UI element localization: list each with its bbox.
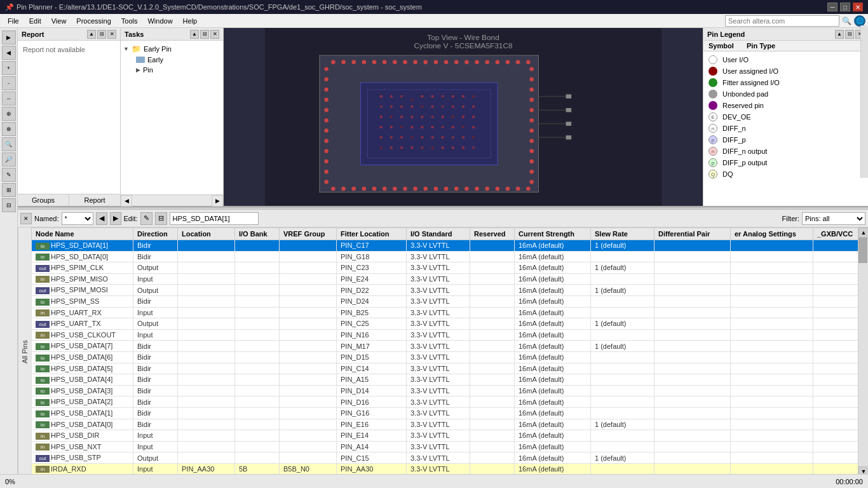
legend-dock-btn[interactable]: ⊟ (845, 30, 854, 39)
table-row[interactable]: inHPS_USB_DIRInputPIN_E143.3-V LVTTL16mA… (32, 430, 858, 442)
cell-node-name: outHPS_UART_TX (32, 318, 133, 330)
table-row[interactable]: outHPS_SPIM_CLKOutputPIN_C233.3-V LVTTL1… (32, 262, 858, 274)
tab-groups[interactable]: Groups (18, 194, 69, 206)
cell-location (178, 295, 235, 307)
col-diff-pair[interactable]: Differential Pair (654, 228, 731, 240)
menu-item-help[interactable]: Help (178, 16, 203, 26)
table-row[interactable]: ioHPS_SD_DATA[1]BidirPIN_C173.3-V LVTTL1… (32, 240, 858, 252)
toolbar-btn-9[interactable]: 🔎 (2, 152, 16, 166)
svg-point-96 (324, 170, 328, 173)
svg-point-48 (400, 136, 403, 139)
minimize-button[interactable]: ─ (827, 3, 837, 11)
table-row[interactable]: ioHPS_USB_DATA[7]BidirPIN_M173.3-V LVTTL… (32, 341, 858, 352)
filter-nav-back[interactable]: ◀ (96, 212, 107, 225)
tab-report[interactable]: Report (69, 194, 120, 206)
col-location[interactable]: Location (178, 228, 235, 240)
tasks-tree-item-pin[interactable]: ▶ Pin (123, 65, 220, 75)
close-button[interactable]: ✕ (853, 3, 863, 11)
tasks-dock-btn[interactable]: ⊟ (200, 30, 209, 39)
table-row[interactable]: outHPS_SPIM_MOSIOutputPIN_D223.3-V LVTTL… (32, 285, 858, 296)
table-row[interactable]: ioHPS_USB_DATA[0]BidirPIN_E163.3-V LVTTL… (32, 419, 858, 430)
expand-icon: ▶ (136, 67, 140, 73)
col-direction[interactable]: Direction (133, 228, 178, 240)
close-filter-btn[interactable]: ✕ (20, 213, 32, 224)
filter-nav-fwd[interactable]: ▶ (110, 212, 121, 225)
edit-btn-2[interactable]: ⊟ (155, 212, 167, 225)
toolbar-btn-12[interactable]: ⊟ (2, 198, 16, 212)
cell-bank (235, 307, 280, 318)
toolbar-btn-6[interactable]: ⊕ (2, 107, 16, 121)
table-row[interactable]: inHPS_USB_NXTInputPIN_A143.3-V LVTTL16mA… (32, 441, 858, 452)
tasks-close-btn[interactable]: ✕ (210, 30, 219, 39)
table-row[interactable]: ioHPS_USB_DATA[4]BidirPIN_A153.3-V LVTTL… (32, 374, 858, 386)
menu-item-tools[interactable]: Tools (116, 16, 143, 26)
col-vref-group[interactable]: VREF Group (280, 228, 337, 240)
col-analog[interactable]: er Analog Settings (731, 228, 813, 240)
scroll-up-btn[interactable]: ▲ (858, 227, 868, 238)
tasks-tree-item-early[interactable]: Early (123, 55, 220, 65)
report-dock-btn[interactable]: ⊟ (97, 30, 106, 39)
toolbar-btn-4[interactable]: - (2, 76, 16, 90)
legend-float-btn[interactable]: ▲ (835, 30, 844, 39)
toolbar-btn-1[interactable]: ▶ (2, 30, 16, 44)
col-reserved[interactable]: Reserved (470, 228, 515, 240)
table-row[interactable]: ioHPS_USB_DATA[1]BidirPIN_G163.3-V LVTTL… (32, 407, 858, 419)
cell-fitter: PIN_A15 (337, 374, 407, 386)
toolbar-btn-2[interactable]: ◀ (2, 46, 16, 60)
col-gxb[interactable]: _GXB/VCC (813, 228, 858, 240)
cell-reserved (470, 385, 515, 396)
toolbar-btn-5[interactable]: ↔ (2, 92, 16, 105)
tasks-scroll-right[interactable]: ▶ (212, 195, 223, 207)
cell-slew (591, 396, 654, 408)
toolbar-btn-10[interactable]: ✎ (2, 168, 16, 182)
col-slew-rate[interactable]: Slew Rate (591, 228, 654, 240)
table-row[interactable]: ioHPS_SD_DATA[0]BidirPIN_G183.3-V LVTTL1… (32, 251, 858, 262)
cell-location (178, 385, 235, 396)
maximize-button[interactable]: □ (840, 3, 850, 11)
table-row[interactable]: inHPS_USB_CLKOUTInputPIN_N163.3-V LVTTL1… (32, 329, 858, 341)
toolbar-btn-8[interactable]: 🔍 (2, 137, 16, 151)
menu-item-view[interactable]: View (46, 16, 72, 26)
col-current-strength[interactable]: Current Strength (515, 228, 591, 240)
table-row[interactable]: ioHPS_USB_DATA[6]BidirPIN_D153.3-V LVTTL… (32, 351, 858, 363)
toolbar-btn-7[interactable]: ⊗ (2, 122, 16, 136)
menu-item-file[interactable]: File (3, 16, 24, 26)
toolbar-btn-11[interactable]: ⊞ (2, 183, 16, 197)
col-io-standard[interactable]: I/O Standard (407, 228, 470, 240)
table-row[interactable]: inIRDA_RXDInputPIN_AA305BB5B_N0PIN_AA303… (32, 463, 858, 475)
svg-point-121 (444, 187, 448, 191)
cell-diff (654, 430, 731, 442)
table-row[interactable]: ioHPS_USB_DATA[5]BidirPIN_C143.3-V LVTTL… (32, 363, 858, 374)
cell-node-name: ioHPS_USB_DATA[1] (32, 407, 133, 419)
col-fitter-location[interactable]: Fitter Location (337, 228, 407, 240)
svg-point-71 (383, 60, 386, 64)
table-row[interactable]: outHPS_USB_STPOutputPIN_C153.3-V LVTTL16… (32, 452, 858, 464)
edit-btn-1[interactable]: ✎ (140, 212, 153, 225)
filter-select[interactable]: Pins: all Pins: unassigned Pins: assigne… (802, 212, 865, 225)
tasks-tree-item-earlypin[interactable]: ▼ 📁 Early Pin (123, 43, 220, 55)
table-row[interactable]: outHPS_UART_TXOutputPIN_C253.3-V LVTTL16… (32, 318, 858, 330)
tasks-scroll-left[interactable]: ◀ (121, 195, 132, 207)
report-float-btn[interactable]: ▲ (87, 30, 96, 39)
table-row[interactable]: ioHPS_USB_DATA[2]BidirPIN_D163.3-V LVTTL… (32, 396, 858, 408)
report-close-btn[interactable]: ✕ (107, 30, 116, 39)
col-io-bank[interactable]: I/O Bank (235, 228, 280, 240)
search-input[interactable] (725, 15, 839, 27)
tasks-header: Tasks ▲ ⊟ ✕ (121, 28, 223, 41)
menu-item-edit[interactable]: Edit (24, 16, 46, 26)
cell-slew: 1 (default) (591, 285, 654, 296)
table-row[interactable]: inHPS_SPIM_MISOInputPIN_E243.3-V LVTTL16… (32, 273, 858, 285)
named-select[interactable]: * (62, 212, 93, 225)
menu-item-processing[interactable]: Processing (71, 16, 116, 26)
toolbar-btn-3[interactable]: + (2, 61, 16, 75)
cell-gxb (813, 329, 858, 341)
legend-content: User I/O User assigned I/O Fitter assign… (703, 51, 868, 206)
tasks-float-btn[interactable]: ▲ (190, 30, 199, 39)
table-row[interactable]: ioHPS_USB_DATA[3]BidirPIN_D143.3-V LVTTL… (32, 385, 858, 396)
table-row[interactable]: ioHPS_SPIM_SSBidirPIN_D243.3-V LVTTL16mA… (32, 295, 858, 307)
table-row[interactable]: inHPS_UART_RXInputPIN_B253.3-V LVTTL16mA… (32, 307, 858, 318)
cell-slew (591, 441, 654, 452)
menu-item-window[interactable]: Window (142, 16, 177, 26)
edit-input[interactable]: HPS_SD_DATA[1] (170, 212, 259, 225)
col-node-name[interactable]: Node Name (32, 228, 133, 240)
